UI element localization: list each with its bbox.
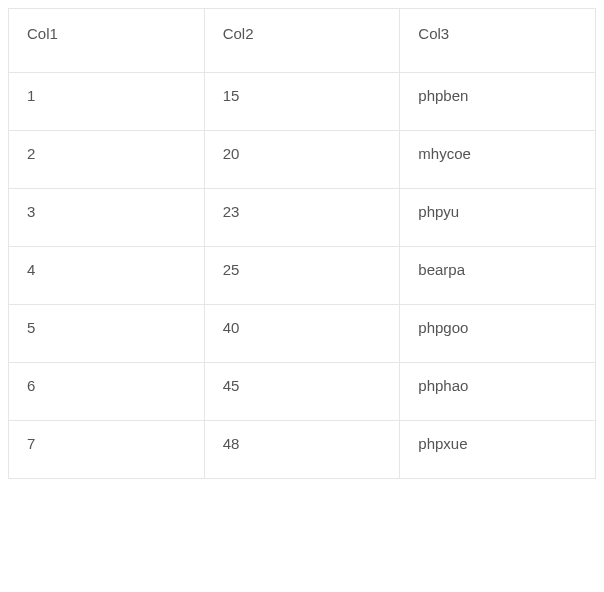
- table-row: 4 25 bearpa: [9, 247, 596, 305]
- table-row: 7 48 phpxue: [9, 421, 596, 479]
- table-cell: phpxue: [400, 421, 596, 479]
- table-cell: 23: [204, 189, 400, 247]
- table-row: 3 23 phpyu: [9, 189, 596, 247]
- table-cell: 40: [204, 305, 400, 363]
- table-cell: phpyu: [400, 189, 596, 247]
- table-cell: phphao: [400, 363, 596, 421]
- table-cell: 45: [204, 363, 400, 421]
- table-cell: 48: [204, 421, 400, 479]
- table-cell: bearpa: [400, 247, 596, 305]
- table-cell: 6: [9, 363, 205, 421]
- table-cell: mhycoe: [400, 131, 596, 189]
- table-cell: 25: [204, 247, 400, 305]
- table-cell: 1: [9, 73, 205, 131]
- table-header-cell: Col1: [9, 9, 205, 73]
- table-cell: phpgoo: [400, 305, 596, 363]
- table-row: 6 45 phphao: [9, 363, 596, 421]
- table-row: 5 40 phpgoo: [9, 305, 596, 363]
- table-header-row: Col1 Col2 Col3: [9, 9, 596, 73]
- table-cell: 20: [204, 131, 400, 189]
- table-cell: phpben: [400, 73, 596, 131]
- table-cell: 2: [9, 131, 205, 189]
- table-cell: 3: [9, 189, 205, 247]
- table-cell: 4: [9, 247, 205, 305]
- table-header-cell: Col3: [400, 9, 596, 73]
- table-cell: 15: [204, 73, 400, 131]
- table-cell: 5: [9, 305, 205, 363]
- data-table: Col1 Col2 Col3 1 15 phpben 2 20 mhycoe 3…: [8, 8, 596, 479]
- table-row: 1 15 phpben: [9, 73, 596, 131]
- table-cell: 7: [9, 421, 205, 479]
- table-row: 2 20 mhycoe: [9, 131, 596, 189]
- table-header-cell: Col2: [204, 9, 400, 73]
